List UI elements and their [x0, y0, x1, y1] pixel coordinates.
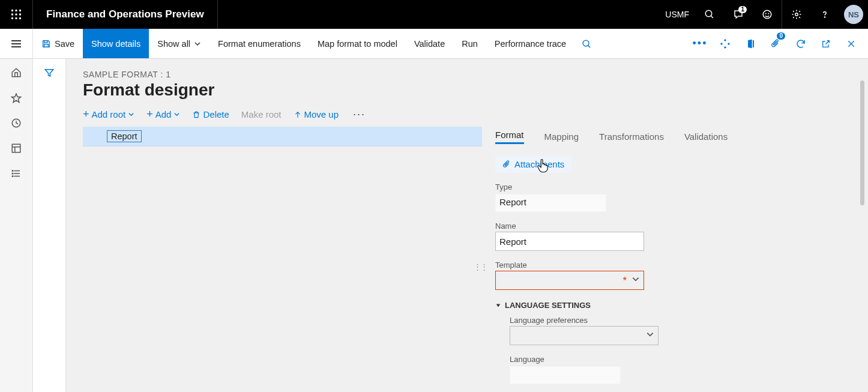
- chevron-down-icon: [194, 40, 201, 47]
- help-icon: [819, 9, 830, 20]
- lang-pref-combo[interactable]: [510, 326, 659, 345]
- hamburger-icon: [11, 40, 22, 48]
- overflow-button[interactable]: •••: [688, 29, 712, 59]
- name-label: Name: [495, 222, 842, 231]
- nav-modules[interactable]: [11, 168, 22, 179]
- left-nav-rail: [0, 59, 33, 392]
- popout-button[interactable]: [814, 29, 838, 59]
- popout-icon: [821, 39, 831, 49]
- language-settings-label: LANGUAGE SETTINGS: [505, 301, 591, 310]
- ellipsis-icon: •••: [693, 37, 708, 50]
- plus-icon: +: [146, 108, 153, 121]
- diamond-grid-icon: [720, 38, 731, 49]
- svg-point-12: [765, 13, 766, 14]
- related-info-button[interactable]: [713, 29, 737, 59]
- scrollbar[interactable]: [860, 80, 864, 205]
- svg-rect-4: [16, 14, 17, 16]
- drag-grip-icon[interactable]: ⋮⋮: [474, 262, 487, 271]
- make-root-button: Make root: [241, 109, 282, 119]
- filter-rail: [33, 59, 66, 392]
- refresh-button[interactable]: [789, 29, 813, 59]
- tab-format[interactable]: Format: [495, 130, 524, 144]
- validate-button[interactable]: Validate: [406, 29, 453, 58]
- attachments-count-button[interactable]: 0: [764, 29, 788, 59]
- close-button[interactable]: [839, 29, 863, 59]
- feedback-button[interactable]: [753, 0, 782, 29]
- messages-button[interactable]: 1: [724, 0, 753, 29]
- attachments-button[interactable]: Attachments: [495, 155, 571, 173]
- svg-marker-29: [12, 94, 21, 102]
- app-launcher-button[interactable]: [0, 0, 33, 29]
- breadcrumb: SAMPLE FORMAT : 1: [83, 70, 854, 79]
- show-all-button[interactable]: Show all: [149, 29, 209, 58]
- svg-rect-24: [720, 42, 723, 44]
- format-enum-button[interactable]: Format enumerations: [209, 29, 309, 58]
- svg-rect-6: [11, 17, 13, 19]
- filter-button[interactable]: [44, 67, 55, 392]
- gear-icon: [791, 9, 802, 20]
- tab-mapping[interactable]: Mapping: [544, 131, 579, 144]
- app-title: Finance and Operations Preview: [33, 0, 218, 29]
- add-button[interactable]: + Add: [146, 108, 180, 121]
- svg-point-14: [795, 13, 798, 16]
- show-details-button[interactable]: Show details: [83, 29, 149, 58]
- language-settings-header[interactable]: LANGUAGE SETTINGS: [495, 301, 842, 310]
- move-up-button[interactable]: Move up: [294, 109, 339, 119]
- ellipsis-icon: ···: [353, 108, 366, 120]
- nav-toggle-button[interactable]: [0, 29, 33, 58]
- show-all-label: Show all: [157, 39, 190, 49]
- arrow-up-icon: [294, 110, 302, 119]
- show-details-label: Show details: [91, 39, 140, 49]
- svg-rect-26: [724, 46, 726, 48]
- svg-rect-1: [16, 10, 17, 11]
- language-value: [510, 366, 621, 384]
- global-search-button[interactable]: [695, 0, 724, 29]
- avatar: NS: [844, 5, 863, 24]
- toolbar-overflow-button[interactable]: ···: [351, 108, 366, 121]
- attachments-badge: 0: [777, 32, 785, 40]
- page-search-button[interactable]: [574, 29, 598, 59]
- search-icon: [582, 39, 592, 49]
- tab-transformations[interactable]: Transformations: [599, 131, 664, 144]
- main-area: SAMPLE FORMAT : 1 Format designer + Add …: [0, 59, 868, 392]
- template-combo[interactable]: *: [495, 271, 644, 290]
- nav-home[interactable]: [11, 67, 22, 78]
- list-icon: [11, 168, 22, 179]
- help-button[interactable]: [810, 0, 839, 29]
- svg-rect-2: [19, 10, 21, 11]
- user-avatar-button[interactable]: NS: [839, 0, 868, 29]
- run-button[interactable]: Run: [453, 29, 486, 58]
- tree-node-report[interactable]: Report: [83, 127, 482, 146]
- nav-favorites[interactable]: [11, 92, 22, 103]
- svg-line-10: [711, 16, 713, 18]
- home-icon: [11, 67, 22, 78]
- office-icon: [746, 38, 755, 49]
- refresh-icon: [795, 38, 806, 49]
- map-format-button[interactable]: Map format to model: [309, 29, 406, 58]
- nav-recent[interactable]: [11, 118, 22, 128]
- svg-rect-25: [728, 42, 730, 44]
- company-picker[interactable]: USMF: [659, 10, 695, 19]
- delete-label: Delete: [203, 109, 229, 119]
- svg-rect-31: [12, 144, 20, 152]
- required-indicator-icon: *: [622, 275, 627, 287]
- open-office-button[interactable]: [738, 29, 762, 59]
- perf-trace-button[interactable]: Performance trace: [486, 29, 574, 58]
- settings-button[interactable]: [782, 0, 810, 29]
- property-tabs: Format Mapping Transformations Validatio…: [495, 127, 842, 145]
- save-button[interactable]: Save: [33, 29, 83, 58]
- action-bar: Save Show details Show all Format enumer…: [0, 29, 868, 59]
- name-input[interactable]: [495, 232, 644, 251]
- add-label: Add: [155, 109, 172, 119]
- save-label: Save: [55, 39, 74, 49]
- svg-rect-0: [11, 10, 13, 11]
- svg-rect-19: [44, 40, 47, 42]
- add-root-button[interactable]: + Add root: [83, 108, 134, 121]
- nav-workspaces[interactable]: [11, 143, 22, 154]
- plus-icon: +: [83, 108, 89, 121]
- type-value: Report: [495, 194, 606, 212]
- svg-point-9: [705, 10, 712, 17]
- delete-button[interactable]: Delete: [192, 109, 229, 119]
- star-icon: [11, 92, 22, 103]
- tab-validations[interactable]: Validations: [684, 131, 728, 144]
